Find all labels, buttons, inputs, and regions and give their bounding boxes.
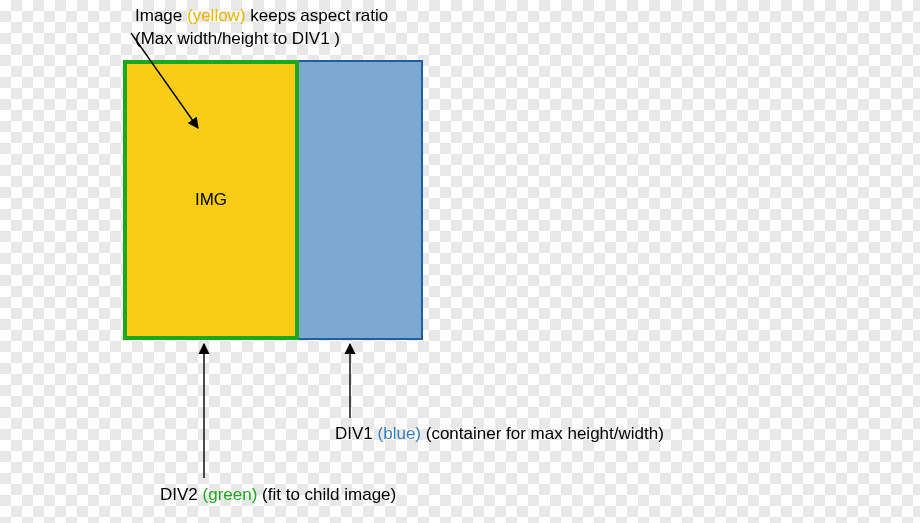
caption-div2: DIV2 (green) (fit to child image) xyxy=(160,484,396,507)
div2-green-wrapper: IMG xyxy=(123,60,299,340)
caption-div1: DIV1 (blue) (container for max height/wi… xyxy=(335,423,664,446)
caption-div1-a: DIV1 xyxy=(335,424,378,443)
diagram-canvas: IMG Image (yellow) keeps aspect ratio (M… xyxy=(0,0,920,523)
caption-div2-green: (green) xyxy=(203,485,258,504)
caption-div2-b: (fit to child image) xyxy=(257,485,396,504)
caption-top-line2: (Max width/height to DIV1 ) xyxy=(135,29,340,48)
caption-top: Image (yellow) keeps aspect ratio (Max w… xyxy=(135,5,388,51)
caption-div2-a: DIV2 xyxy=(160,485,203,504)
caption-top-line1-b: keeps aspect ratio xyxy=(246,6,389,25)
caption-div1-b: (container for max height/width) xyxy=(421,424,664,443)
caption-top-line1-a: Image xyxy=(135,6,187,25)
img-yellow-rect: IMG xyxy=(127,64,295,336)
caption-top-yellow: (yellow) xyxy=(187,6,246,25)
img-label: IMG xyxy=(195,190,227,210)
caption-div1-blue: (blue) xyxy=(378,424,421,443)
